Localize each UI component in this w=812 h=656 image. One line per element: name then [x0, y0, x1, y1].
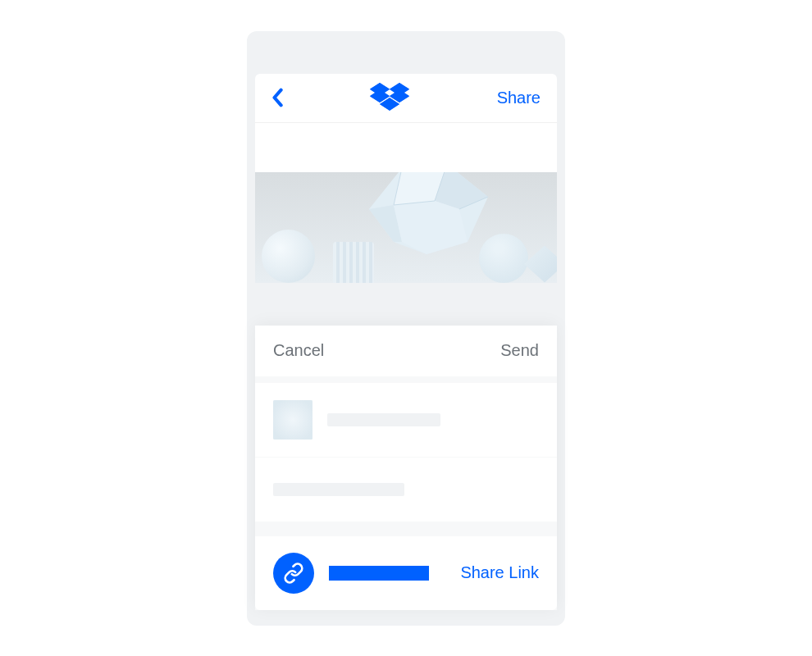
- link-icon-circle: [273, 553, 314, 594]
- dropbox-logo: [370, 81, 409, 114]
- main-header: Share: [255, 74, 557, 123]
- share-link-button[interactable]: Share Link: [460, 563, 539, 582]
- send-button[interactable]: Send: [500, 341, 539, 360]
- dropbox-icon: [370, 81, 409, 114]
- app-container: Share: [255, 74, 557, 652]
- share-button[interactable]: Share: [497, 89, 541, 107]
- spacer: [255, 522, 557, 536]
- device-frame: Share: [247, 31, 565, 626]
- recipient-placeholder: [273, 483, 404, 496]
- decorative-crystal: [361, 172, 492, 266]
- link-icon: [283, 563, 304, 584]
- decorative-geo: [524, 246, 557, 283]
- share-sheet: Cancel Send: [255, 326, 557, 610]
- share-sheet-header: Cancel Send: [255, 326, 557, 376]
- back-button[interactable]: [271, 88, 283, 107]
- chevron-left-icon: [271, 88, 283, 107]
- share-link-row: Share Link: [255, 536, 557, 610]
- file-preview-image: [255, 172, 557, 283]
- file-thumbnail: [273, 400, 312, 440]
- cancel-button[interactable]: Cancel: [273, 341, 324, 360]
- recipient-input-row[interactable]: [255, 458, 557, 522]
- svg-marker-9: [394, 201, 468, 254]
- file-name-placeholder: [327, 413, 440, 426]
- decorative-mesh-sphere: [479, 234, 528, 283]
- content-preview: [255, 123, 557, 283]
- link-url-placeholder: [329, 566, 429, 581]
- decorative-sphere: [262, 230, 315, 283]
- file-item-row: [255, 383, 557, 457]
